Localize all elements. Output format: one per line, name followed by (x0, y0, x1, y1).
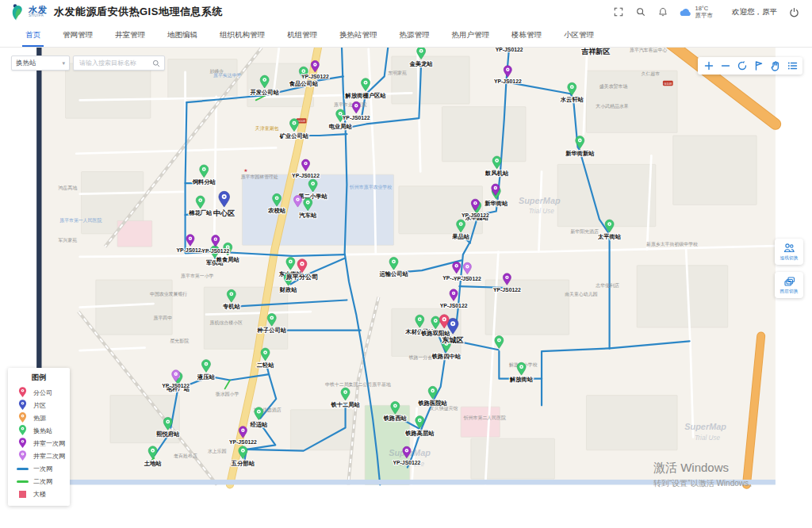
map-bottom-edge-strip (36, 480, 776, 484)
search-box (73, 55, 165, 71)
pin-glyph-dot (243, 430, 244, 431)
tab-2[interactable]: 井室管理 (104, 24, 156, 47)
marker-label: 农校站 (267, 207, 286, 214)
patrol-switch-button[interactable]: 巡线切换 (775, 239, 803, 265)
marker-label: 经适站 (249, 421, 268, 428)
legend-swatch (16, 425, 29, 436)
map-marker-district[interactable]: 吉祥新区 (580, 48, 610, 55)
marker-label: YP-JS0122 (454, 276, 481, 281)
map-controls (698, 57, 802, 75)
pin-glyph-dot (227, 247, 228, 248)
marker-label: 解放街站 (509, 376, 534, 383)
marker-label: YP-JS0122 (462, 212, 489, 218)
tab-8[interactable]: 热用户管理 (441, 24, 501, 47)
pin-glyph-dot (460, 224, 462, 225)
legend-swatch (16, 468, 29, 470)
map-block (586, 71, 677, 132)
pin-glyph-dot (406, 450, 408, 451)
map-poi-label: 原平市第一小学 (181, 273, 213, 278)
map-poi-label: 忻州市第二人民医院 (463, 415, 506, 421)
map-poi-label: 东明家苑 (388, 70, 407, 76)
weather-city: 原平市 (695, 12, 714, 19)
marker-label: YP-JS0122 (201, 248, 229, 254)
zoom-out-button[interactable] (717, 59, 733, 73)
pan-button[interactable] (767, 59, 783, 73)
map-poi-label: 军兴家苑 (58, 237, 77, 243)
search-input[interactable] (78, 59, 152, 67)
map-poi-label: 鸿岳高地 (58, 185, 77, 190)
legend-swatch (16, 438, 29, 449)
map-legend: 图例 分公司片区热源换热站井室一次网井室二次网一次网二次网大楼 (8, 368, 70, 506)
pin-glyph-dot (276, 197, 278, 199)
pin-glyph-dot (315, 64, 316, 66)
search-icon[interactable] (152, 59, 160, 67)
map-block (673, 136, 757, 205)
pin-glyph-dot (499, 339, 500, 341)
marker-label: 饲料分站 (192, 178, 216, 186)
legend-item-0: 分公司 (8, 386, 70, 399)
tab-10[interactable]: 小区管理 (553, 24, 605, 47)
legend-swatch (16, 412, 29, 423)
legend-label: 井室二次网 (33, 452, 65, 461)
map-block (637, 266, 728, 327)
map-poi-label: 原机综合楼小区 (210, 319, 243, 326)
map-poi-label: 中铁十二局集团二公司原平基地 (325, 381, 391, 388)
marker-label: 财政站 (279, 286, 298, 293)
welcome-text: 欢迎您，原平 (732, 7, 777, 17)
fullscreen-icon[interactable] (613, 6, 624, 17)
marker-label: YP-JS0122 (440, 303, 468, 308)
tab-3[interactable]: 地图编辑 (156, 24, 209, 47)
marker-label: 解放街棚户区站 (345, 92, 387, 99)
legend-item-7: 二次网 (8, 475, 70, 488)
app-header: 水发 SHUIFA 水发能源盾安供热GIS地理信息系统 18°C 原平市 欢迎您… (0, 0, 812, 24)
marker-label: 铁路西站 (383, 415, 408, 422)
tab-5[interactable]: 机组管理 (276, 24, 328, 47)
tab-9[interactable]: 楼栋管理 (500, 24, 553, 47)
map-block (586, 396, 677, 450)
map-block (557, 164, 656, 226)
main-nav: 首页管网管理井室管理地图编辑组织机构管理机组管理换热站管理热源管理热用户管理楼栋… (0, 24, 812, 48)
marker-label: YP-JS0122 (393, 460, 420, 465)
legend-swatch (16, 480, 29, 483)
map-block (471, 438, 555, 479)
pin-glyph-dot (242, 450, 243, 451)
layer-switch-button[interactable]: 图层切换 (775, 272, 803, 298)
logout-icon[interactable] (788, 6, 799, 17)
map-search-toolbar: 换热站 ▾ (11, 55, 165, 71)
tab-0[interactable]: 首页 (14, 24, 52, 47)
bell-icon[interactable] (657, 6, 668, 17)
marker-label: 二轻站 (256, 362, 275, 369)
reset-view-button[interactable] (733, 59, 750, 73)
pin-glyph-dot (452, 323, 454, 324)
map-marker-well1[interactable]: YP-JS0122 (496, 48, 523, 52)
marker-label: 矿业公司站 (279, 132, 309, 140)
legend-label: 换热站 (33, 427, 52, 435)
legend-swatch (16, 491, 29, 498)
map-canvas[interactable]: SuperMapTrial UseSuperMapTrial UseSuperM… (0, 48, 812, 528)
tab-1[interactable]: 管网管理 (52, 24, 104, 47)
pin-glyph-dot (224, 196, 225, 197)
legend-swatch (16, 387, 29, 398)
measure-button[interactable] (750, 59, 767, 73)
zoom-in-button[interactable] (700, 59, 717, 73)
map-poi-label: 盛美农贸市场 (599, 83, 628, 90)
marker-label: YP-JS0122 (177, 247, 205, 253)
pin-glyph-dot (453, 293, 454, 294)
layer-list-button[interactable] (783, 59, 800, 73)
tab-7[interactable]: 热源管理 (389, 24, 441, 47)
marker-label: 第二小学站 (297, 193, 327, 200)
search-icon[interactable] (635, 6, 646, 17)
marker-label: 电业局站 (329, 123, 353, 130)
pin-glyph-dot (365, 82, 366, 83)
weather-widget: 18°C 原平市 (680, 5, 714, 20)
tab-4[interactable]: 组织机构管理 (209, 24, 276, 47)
map-poi-label: 中国农业发展银行 (150, 291, 187, 297)
search-category-select[interactable]: 换热站 ▾ (11, 55, 70, 71)
pin-glyph-dot (435, 320, 436, 322)
marker-label: YP-JS0122 (301, 74, 329, 79)
supermap-trial-watermark: SuperMap (684, 422, 726, 431)
marker-label: 果品站 (451, 233, 470, 240)
pin-glyph-dot (507, 69, 508, 71)
tab-6[interactable]: 换热站管理 (328, 24, 389, 47)
pin-glyph-dot (467, 266, 469, 267)
